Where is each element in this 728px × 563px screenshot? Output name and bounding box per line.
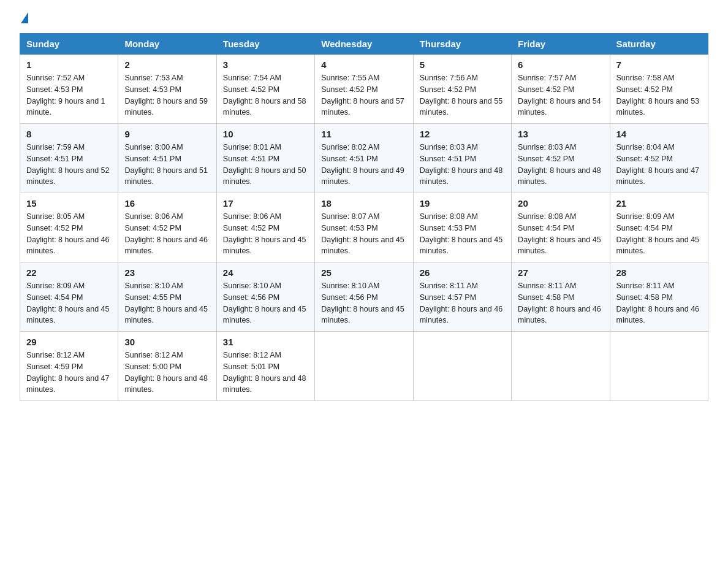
calendar-cell: 9 Sunrise: 8:00 AMSunset: 4:51 PMDayligh…: [118, 124, 216, 193]
day-number: 11: [321, 129, 406, 139]
day-info: Sunrise: 8:03 AMSunset: 4:52 PMDaylight:…: [518, 143, 601, 186]
column-header-monday: Monday: [118, 34, 216, 55]
day-number: 14: [616, 129, 702, 139]
day-number: 7: [616, 59, 702, 70]
day-number: 24: [223, 267, 308, 278]
day-number: 31: [223, 337, 308, 347]
day-number: 28: [616, 267, 702, 278]
day-info: Sunrise: 8:03 AMSunset: 4:51 PMDaylight:…: [420, 143, 503, 186]
calendar-table: SundayMondayTuesdayWednesdayThursdayFrid…: [20, 33, 708, 401]
column-header-thursday: Thursday: [413, 34, 511, 55]
column-header-friday: Friday: [512, 34, 610, 55]
calendar-cell: [610, 332, 708, 401]
column-header-wednesday: Wednesday: [315, 34, 413, 55]
calendar-cell: 25 Sunrise: 8:10 AMSunset: 4:56 PMDaylig…: [315, 262, 413, 332]
day-info: Sunrise: 8:10 AMSunset: 4:56 PMDaylight:…: [223, 282, 306, 324]
day-number: 20: [518, 198, 603, 209]
calendar-cell: 28 Sunrise: 8:11 AMSunset: 4:58 PMDaylig…: [610, 262, 708, 332]
day-number: 2: [124, 59, 210, 70]
day-number: 17: [223, 198, 308, 209]
day-info: Sunrise: 8:06 AMSunset: 4:52 PMDaylight:…: [223, 212, 306, 255]
calendar-cell: 17 Sunrise: 8:06 AMSunset: 4:52 PMDaylig…: [216, 193, 314, 262]
calendar-week-row: 22 Sunrise: 8:09 AMSunset: 4:54 PMDaylig…: [20, 262, 708, 332]
calendar-cell: 10 Sunrise: 8:01 AMSunset: 4:51 PMDaylig…: [216, 124, 314, 193]
day-info: Sunrise: 8:12 AMSunset: 4:59 PMDaylight:…: [26, 351, 110, 394]
calendar-cell: 8 Sunrise: 7:59 AMSunset: 4:51 PMDayligh…: [20, 124, 118, 193]
day-number: 27: [518, 267, 603, 278]
calendar-cell: 21 Sunrise: 8:09 AMSunset: 4:54 PMDaylig…: [610, 193, 708, 262]
calendar-cell: 24 Sunrise: 8:10 AMSunset: 4:56 PMDaylig…: [216, 262, 314, 332]
calendar-cell: 2 Sunrise: 7:53 AMSunset: 4:53 PMDayligh…: [118, 55, 216, 124]
day-info: Sunrise: 8:08 AMSunset: 4:54 PMDaylight:…: [518, 212, 601, 255]
calendar-cell: [512, 332, 610, 401]
day-info: Sunrise: 8:02 AMSunset: 4:51 PMDaylight:…: [321, 143, 404, 186]
logo: [20, 15, 28, 23]
calendar-cell: 14 Sunrise: 8:04 AMSunset: 4:52 PMDaylig…: [610, 124, 708, 193]
calendar-week-row: 29 Sunrise: 8:12 AMSunset: 4:59 PMDaylig…: [20, 332, 708, 401]
calendar-cell: 22 Sunrise: 8:09 AMSunset: 4:54 PMDaylig…: [20, 262, 118, 332]
day-info: Sunrise: 8:06 AMSunset: 4:52 PMDaylight:…: [124, 212, 208, 255]
day-number: 16: [124, 198, 210, 209]
calendar-cell: 4 Sunrise: 7:55 AMSunset: 4:52 PMDayligh…: [315, 55, 413, 124]
calendar-cell: 3 Sunrise: 7:54 AMSunset: 4:52 PMDayligh…: [216, 55, 314, 124]
calendar-cell: 20 Sunrise: 8:08 AMSunset: 4:54 PMDaylig…: [512, 193, 610, 262]
day-info: Sunrise: 7:53 AMSunset: 4:53 PMDaylight:…: [124, 74, 208, 117]
column-header-sunday: Sunday: [20, 34, 118, 55]
calendar-cell: 18 Sunrise: 8:07 AMSunset: 4:53 PMDaylig…: [315, 193, 413, 262]
day-number: 29: [26, 337, 112, 347]
calendar-cell: [413, 332, 511, 401]
day-number: 25: [321, 267, 406, 278]
day-info: Sunrise: 7:57 AMSunset: 4:52 PMDaylight:…: [518, 74, 601, 117]
calendar-cell: 29 Sunrise: 8:12 AMSunset: 4:59 PMDaylig…: [20, 332, 118, 401]
day-number: 8: [26, 129, 112, 139]
day-number: 9: [124, 129, 210, 139]
day-info: Sunrise: 7:58 AMSunset: 4:52 PMDaylight:…: [616, 74, 700, 117]
day-info: Sunrise: 8:09 AMSunset: 4:54 PMDaylight:…: [26, 282, 110, 324]
page-header: [20, 15, 708, 23]
calendar-cell: 31 Sunrise: 8:12 AMSunset: 5:01 PMDaylig…: [216, 332, 314, 401]
day-info: Sunrise: 8:00 AMSunset: 4:51 PMDaylight:…: [124, 143, 208, 186]
calendar-cell: 7 Sunrise: 7:58 AMSunset: 4:52 PMDayligh…: [610, 55, 708, 124]
day-info: Sunrise: 8:12 AMSunset: 5:00 PMDaylight:…: [124, 351, 208, 394]
day-info: Sunrise: 8:01 AMSunset: 4:51 PMDaylight:…: [223, 143, 306, 186]
day-info: Sunrise: 7:55 AMSunset: 4:52 PMDaylight:…: [321, 74, 404, 117]
day-info: Sunrise: 8:07 AMSunset: 4:53 PMDaylight:…: [321, 212, 404, 255]
day-number: 5: [420, 59, 505, 70]
day-number: 21: [616, 198, 702, 209]
day-info: Sunrise: 8:11 AMSunset: 4:58 PMDaylight:…: [616, 282, 700, 324]
calendar-week-row: 1 Sunrise: 7:52 AMSunset: 4:53 PMDayligh…: [20, 55, 708, 124]
day-number: 30: [124, 337, 210, 347]
calendar-cell: 13 Sunrise: 8:03 AMSunset: 4:52 PMDaylig…: [512, 124, 610, 193]
day-info: Sunrise: 7:54 AMSunset: 4:52 PMDaylight:…: [223, 74, 306, 117]
column-header-saturday: Saturday: [610, 34, 708, 55]
day-info: Sunrise: 8:10 AMSunset: 4:56 PMDaylight:…: [321, 282, 404, 324]
calendar-cell: 19 Sunrise: 8:08 AMSunset: 4:53 PMDaylig…: [413, 193, 511, 262]
day-number: 4: [321, 59, 406, 70]
day-info: Sunrise: 8:11 AMSunset: 4:58 PMDaylight:…: [518, 282, 601, 324]
day-info: Sunrise: 8:11 AMSunset: 4:57 PMDaylight:…: [420, 282, 503, 324]
calendar-cell: 26 Sunrise: 8:11 AMSunset: 4:57 PMDaylig…: [413, 262, 511, 332]
day-info: Sunrise: 8:09 AMSunset: 4:54 PMDaylight:…: [616, 212, 700, 255]
calendar-cell: [315, 332, 413, 401]
calendar-cell: 16 Sunrise: 8:06 AMSunset: 4:52 PMDaylig…: [118, 193, 216, 262]
day-number: 22: [26, 267, 112, 278]
day-info: Sunrise: 8:12 AMSunset: 5:01 PMDaylight:…: [223, 351, 306, 394]
calendar-week-row: 15 Sunrise: 8:05 AMSunset: 4:52 PMDaylig…: [20, 193, 708, 262]
column-header-tuesday: Tuesday: [216, 34, 314, 55]
calendar-cell: 11 Sunrise: 8:02 AMSunset: 4:51 PMDaylig…: [315, 124, 413, 193]
calendar-cell: 12 Sunrise: 8:03 AMSunset: 4:51 PMDaylig…: [413, 124, 511, 193]
day-number: 19: [420, 198, 505, 209]
day-info: Sunrise: 8:10 AMSunset: 4:55 PMDaylight:…: [124, 282, 208, 324]
calendar-cell: 15 Sunrise: 8:05 AMSunset: 4:52 PMDaylig…: [20, 193, 118, 262]
day-number: 12: [420, 129, 505, 139]
calendar-cell: 5 Sunrise: 7:56 AMSunset: 4:52 PMDayligh…: [413, 55, 511, 124]
calendar-cell: 27 Sunrise: 8:11 AMSunset: 4:58 PMDaylig…: [512, 262, 610, 332]
calendar-week-row: 8 Sunrise: 7:59 AMSunset: 4:51 PMDayligh…: [20, 124, 708, 193]
day-number: 18: [321, 198, 406, 209]
calendar-cell: 1 Sunrise: 7:52 AMSunset: 4:53 PMDayligh…: [20, 55, 118, 124]
day-number: 1: [26, 59, 112, 70]
day-number: 26: [420, 267, 505, 278]
day-info: Sunrise: 7:56 AMSunset: 4:52 PMDaylight:…: [420, 74, 503, 117]
logo-triangle-icon: [21, 12, 28, 23]
calendar-cell: 6 Sunrise: 7:57 AMSunset: 4:52 PMDayligh…: [512, 55, 610, 124]
